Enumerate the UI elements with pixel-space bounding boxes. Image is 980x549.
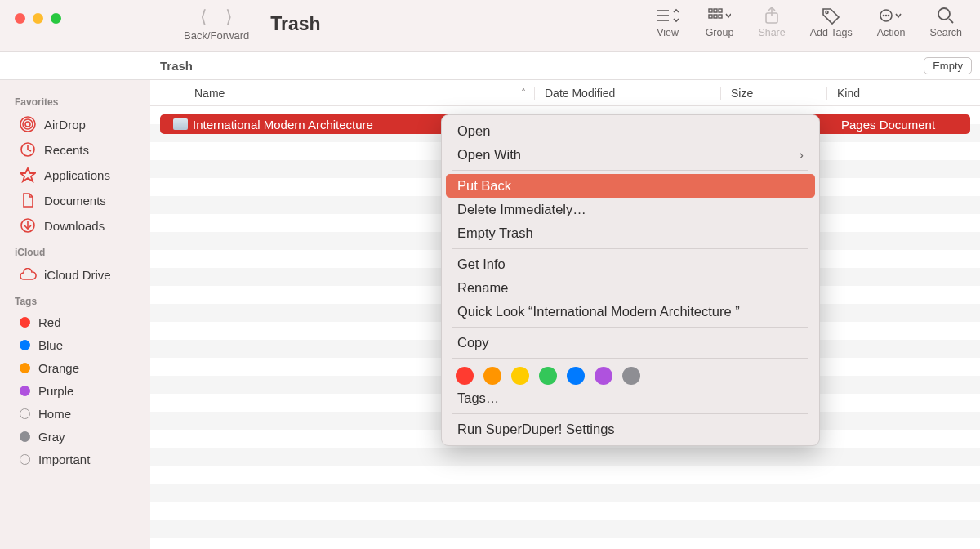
ctx-superduper[interactable]: Run SuperDuper! Settings: [446, 417, 815, 441]
file-kind: Pages Document: [831, 118, 970, 132]
empty-trash-button[interactable]: Empty: [924, 57, 972, 74]
action-icon: [878, 5, 904, 26]
search-icon: [933, 5, 959, 26]
tag-color-gray[interactable]: [622, 367, 640, 385]
svg-point-16: [938, 8, 950, 20]
tag-color-red[interactable]: [456, 367, 474, 385]
sidebar-tag-orange[interactable]: Orange: [5, 357, 145, 379]
tag-color-blue[interactable]: [567, 367, 585, 385]
toolbar-share-label: Share: [758, 27, 785, 38]
column-name[interactable]: Name ˄: [150, 87, 534, 100]
back-button[interactable]: ⟨: [200, 7, 207, 28]
sidebar-item-airdrop[interactable]: AirDrop: [5, 112, 145, 136]
toolbar-view[interactable]: View: [655, 5, 681, 38]
sidebar-item-label: Red: [38, 315, 61, 329]
tag-dot-icon: [20, 386, 30, 396]
airdrop-icon: [20, 116, 36, 132]
column-date[interactable]: Date Modified: [534, 87, 720, 100]
sidebar-item-label: Home: [38, 407, 71, 421]
ctx-get-info[interactable]: Get Info: [446, 252, 815, 276]
toolbar-addtags-label: Add Tags: [810, 27, 853, 38]
ctx-rename[interactable]: Rename: [446, 276, 815, 300]
sidebar-item-label: Recents: [44, 143, 89, 157]
tag-color-green[interactable]: [539, 367, 557, 385]
close-button[interactable]: [15, 13, 25, 24]
column-kind[interactable]: Kind: [826, 87, 980, 100]
sidebar-favorites-head: Favorites: [0, 88, 150, 111]
ctx-tags[interactable]: Tags…: [446, 386, 815, 410]
minimize-button[interactable]: [33, 13, 43, 24]
ctx-label: Quick Look “International Modern Archite…: [457, 304, 740, 319]
column-size-label: Size: [731, 87, 753, 100]
column-size[interactable]: Size: [720, 87, 826, 100]
sidebar-tag-red[interactable]: Red: [5, 311, 145, 333]
tag-color-orange[interactable]: [483, 367, 501, 385]
svg-rect-6: [709, 15, 712, 18]
sidebar-tag-purple[interactable]: Purple: [5, 380, 145, 402]
toolbar-search[interactable]: Search: [929, 5, 962, 38]
tag-dot-icon: [20, 317, 30, 328]
nav-group: ⟨ ⟩ Back/Forward: [184, 0, 249, 42]
svg-line-17: [949, 19, 953, 23]
ctx-open-with[interactable]: Open With›: [446, 143, 815, 167]
ctx-label: Rename: [457, 280, 508, 296]
ctx-delete-immediately[interactable]: Delete Immediately…: [446, 198, 815, 221]
group-icon: [706, 5, 733, 26]
window-title: Trash: [270, 13, 320, 35]
tag-dot-icon: [20, 431, 30, 442]
sidebar-item-icloud-drive[interactable]: iCloud Drive: [5, 262, 145, 287]
sidebar-tags-head: Tags: [0, 288, 150, 310]
toolbar-addtags[interactable]: Add Tags: [810, 5, 853, 38]
clock-icon: [20, 141, 36, 158]
sidebar-item-downloads[interactable]: Downloads: [5, 213, 145, 238]
sidebar-tag-blue[interactable]: Blue: [5, 334, 145, 356]
sidebar-tag-gray[interactable]: Gray: [5, 426, 145, 448]
ctx-quick-look[interactable]: Quick Look “International Modern Archite…: [446, 300, 815, 324]
ctx-label: Run SuperDuper! Settings: [457, 422, 615, 437]
toolbar-view-label: View: [657, 27, 679, 38]
sidebar-item-applications[interactable]: Applications: [5, 163, 145, 187]
file-thumbnail-icon: [173, 118, 188, 130]
sidebar-tag-home[interactable]: Home: [5, 403, 145, 425]
svg-point-11: [826, 11, 828, 14]
column-name-label: Name: [194, 87, 225, 100]
sidebar-item-documents[interactable]: Documents: [5, 188, 145, 212]
toolbar-action-label: Action: [877, 27, 906, 38]
nav-label: Back/Forward: [184, 29, 249, 42]
toolbar-search-label: Search: [929, 27, 962, 38]
ctx-label: Put Back: [457, 178, 511, 194]
sidebar-item-label: Downloads: [44, 219, 105, 233]
svg-point-15: [889, 16, 889, 16]
toolbar-group[interactable]: Group: [706, 5, 734, 38]
tag-color-purple[interactable]: [595, 367, 612, 385]
toolbar-group-label: Group: [706, 27, 734, 38]
ctx-separator: [452, 327, 808, 328]
ctx-put-back[interactable]: Put Back: [446, 174, 815, 198]
ctx-copy[interactable]: Copy: [446, 331, 815, 355]
sidebar-icloud-head: iCloud: [0, 239, 150, 261]
toolbar-action[interactable]: Action: [877, 5, 906, 38]
ctx-label: Open: [457, 123, 490, 139]
column-headers: Name ˄ Date Modified Size Kind: [150, 80, 980, 106]
ctx-label: Copy: [457, 335, 489, 350]
chevron-right-icon: ›: [800, 147, 804, 163]
forward-button[interactable]: ⟩: [225, 7, 233, 28]
ctx-open[interactable]: Open: [446, 119, 815, 143]
ctx-empty-trash[interactable]: Empty Trash: [446, 221, 815, 245]
column-date-label: Date Modified: [545, 87, 615, 100]
ctx-tag-colors: [446, 362, 815, 386]
tag-dot-icon: [20, 408, 30, 419]
sidebar-item-label: Purple: [38, 384, 74, 398]
svg-rect-4: [714, 9, 717, 12]
zoom-button[interactable]: [51, 13, 61, 24]
sidebar-item-label: Gray: [38, 430, 65, 444]
sidebar-item-label: Applications: [44, 168, 110, 182]
sidebar-item-recents[interactable]: Recents: [5, 137, 145, 162]
sidebar-tag-important[interactable]: Important: [5, 449, 145, 471]
list-view-icon: [655, 5, 681, 26]
toolbar-share: Share: [758, 5, 785, 38]
titlebar: ⟨ ⟩ Back/Forward Trash View: [0, 0, 980, 52]
applications-icon: [20, 167, 36, 183]
tag-color-yellow[interactable]: [511, 367, 529, 385]
location-bar: Trash Empty: [0, 52, 980, 80]
